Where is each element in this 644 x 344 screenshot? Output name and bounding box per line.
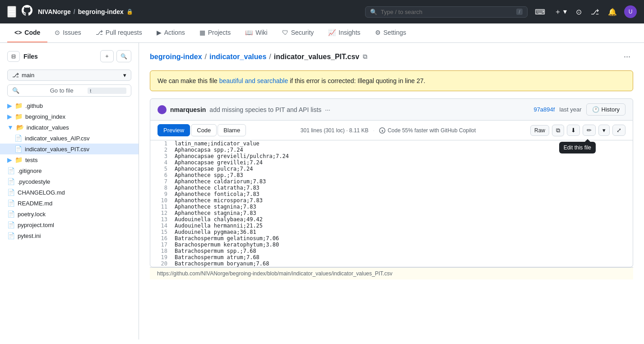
line-number[interactable]: 7: [150, 178, 173, 185]
line-number[interactable]: 2: [150, 147, 173, 153]
line-number[interactable]: 14: [150, 223, 173, 229]
line-code: Batrachospermum spp.;7.68: [173, 248, 633, 254]
breadcrumb-file: indicator_values_PIT.csv: [274, 53, 359, 61]
org-link[interactable]: NIVANorge: [38, 8, 71, 15]
tab-code[interactable]: <> Code: [7, 23, 47, 42]
main-layout: ⊟ Files ＋ 🔍 ⎇ main ▾ 🔍 Go to file t ▶ 📁 …: [0, 43, 644, 339]
line-number[interactable]: 15: [150, 229, 173, 235]
new-icon[interactable]: ＋ ▾: [552, 5, 569, 19]
tab-settings-label: Settings: [384, 29, 407, 36]
issues-icon[interactable]: ⊙: [574, 6, 584, 18]
copy-raw-button[interactable]: ⧉: [552, 125, 564, 136]
line-number[interactable]: 13: [150, 216, 173, 223]
tab-code[interactable]: Code: [191, 124, 217, 136]
edit-dropdown-button[interactable]: ▾: [598, 125, 610, 136]
branch-selector[interactable]: ⎇ main ▾: [7, 70, 131, 81]
tree-item-pycodestyle[interactable]: 📄 .pycodestyle: [0, 176, 139, 187]
go-to-file[interactable]: 🔍 Go to file t: [7, 84, 131, 97]
commit-hash-link[interactable]: 97a894f: [533, 106, 555, 113]
sidebar-toggle[interactable]: ⊟: [7, 51, 20, 62]
line-number[interactable]: 12: [150, 210, 173, 216]
line-code: Audouinella pygmaea;36.81: [173, 229, 633, 235]
commit-extra[interactable]: ···: [325, 106, 330, 113]
line-code: Aphanocapsae grevillei;7.24: [173, 159, 633, 166]
go-to-file-kbd: t: [88, 88, 126, 94]
edit-file-button[interactable]: ✏: [583, 125, 596, 136]
line-number[interactable]: 18: [150, 248, 173, 254]
line-number[interactable]: 5: [150, 166, 173, 172]
tab-pull-requests[interactable]: ⎇ Pull requests: [88, 23, 149, 42]
line-number[interactable]: 1: [150, 140, 173, 147]
tree-item-pit[interactable]: 📄 indicator_values_PIT.csv: [0, 144, 139, 154]
repo-tabs: <> Code ⊙ Issues ⎇ Pull requests ▶ Actio…: [0, 23, 644, 43]
hamburger-menu[interactable]: ☰: [7, 6, 16, 18]
table-row: 14 Audouinella hermannii;21.25: [150, 223, 633, 229]
breadcrumb-sep2: /: [269, 53, 271, 61]
notifications-icon[interactable]: 🔔: [606, 6, 619, 18]
tree-item-changelog[interactable]: 📄 CHANGELOG.md: [0, 187, 139, 198]
copy-path-button[interactable]: ⧉: [362, 52, 368, 61]
tree-item-readme[interactable]: 📄 README.md: [0, 198, 139, 209]
breadcrumb-folder-link[interactable]: indicator_values: [209, 53, 266, 61]
line-number[interactable]: 3: [150, 153, 173, 159]
pullrequest-icon[interactable]: ⎇: [589, 6, 601, 18]
tree-item-pyproject[interactable]: 📄 pyproject.toml: [0, 219, 139, 230]
history-button[interactable]: 🕐 History: [586, 103, 625, 116]
line-code: Audouinella chalybaea;49.42: [173, 216, 633, 223]
tree-item-begroing-index[interactable]: ▶ 📁 begroing_index: [0, 111, 139, 122]
tree-item-gitignore[interactable]: 📄 .gitignore: [0, 165, 139, 176]
tab-projects[interactable]: ▦ Projects: [192, 23, 238, 42]
breadcrumb-root-link[interactable]: begroing-index: [150, 53, 202, 61]
tree-item-pytest[interactable]: 📄 pytest.ini: [0, 230, 139, 241]
line-number[interactable]: 20: [150, 260, 173, 267]
sidebar: ⊟ Files ＋ 🔍 ⎇ main ▾ 🔍 Go to file t ▶ 📁 …: [0, 43, 139, 339]
tab-issues[interactable]: ⊙ Issues: [47, 23, 88, 42]
tree-item-github[interactable]: ▶ 📁 .github: [0, 100, 139, 111]
repo-link[interactable]: begroing-index: [78, 8, 124, 15]
search-files-btn[interactable]: 🔍: [116, 50, 131, 62]
tab-settings[interactable]: ⚙ Settings: [368, 23, 414, 42]
tab-preview[interactable]: Preview: [158, 124, 190, 136]
raw-button[interactable]: Raw: [530, 125, 549, 136]
search-bar[interactable]: 🔍 /: [365, 6, 528, 18]
line-number[interactable]: 10: [150, 197, 173, 204]
line-number[interactable]: 17: [150, 242, 173, 248]
top-nav-icons: ⌨ ＋ ▾ ⊙ ⎇ 🔔 U: [533, 5, 637, 19]
tab-blame[interactable]: Blame: [218, 124, 246, 136]
line-number[interactable]: 9: [150, 191, 173, 197]
tab-security[interactable]: 🛡 Security: [275, 23, 321, 42]
line-code: Aphanocapsa spp.;7.24: [173, 147, 633, 153]
more-options-button[interactable]: ···: [621, 50, 633, 63]
tab-insights[interactable]: 📈 Insights: [321, 23, 367, 42]
tree-item-label: tests: [25, 157, 131, 163]
table-row: 11 Aphanothece stagnina;7.83: [150, 204, 633, 210]
file-tabs: Preview Code Blame: [158, 124, 246, 136]
download-button[interactable]: ⬇: [567, 125, 580, 136]
avatar[interactable]: U: [624, 5, 637, 18]
line-number[interactable]: 11: [150, 204, 173, 210]
line-code: Aphanocapsae pulcra;7.24: [173, 166, 633, 172]
actions-icon: ▶: [157, 29, 162, 36]
tree-item-aip[interactable]: 📄 indicator_values_AIP.csv: [0, 133, 139, 144]
tab-wiki[interactable]: 📖 Wiki: [238, 23, 274, 42]
line-number[interactable]: 8: [150, 185, 173, 191]
tree-item-indicator-values[interactable]: ▼ 📂 indicator_values: [0, 122, 139, 133]
terminal-icon[interactable]: ⌨: [533, 6, 547, 18]
tree-item-tests[interactable]: ▶ 📁 tests: [0, 154, 139, 165]
line-number[interactable]: 16: [150, 235, 173, 242]
line-number[interactable]: 19: [150, 254, 173, 260]
breadcrumb-sep1: /: [205, 53, 207, 61]
file-icon: 📄: [7, 178, 15, 185]
tab-actions[interactable]: ▶ Actions: [149, 23, 192, 42]
expand-button[interactable]: ⤢: [612, 125, 625, 136]
search-input[interactable]: [381, 9, 513, 15]
commit-author-name[interactable]: nmarquesin: [170, 106, 206, 113]
tree-item-label: .github: [25, 102, 131, 109]
tree-item-poetry[interactable]: 📄 poetry.lock: [0, 209, 139, 219]
line-number[interactable]: 6: [150, 172, 173, 178]
table-row: 7 Aphanothece caldariorum;7.83: [150, 178, 633, 185]
line-number[interactable]: 4: [150, 159, 173, 166]
folder-open-icon: 📁: [15, 113, 23, 120]
add-file-btn[interactable]: ＋: [100, 50, 114, 62]
beautiful-link[interactable]: beautiful and searchable: [219, 77, 288, 84]
